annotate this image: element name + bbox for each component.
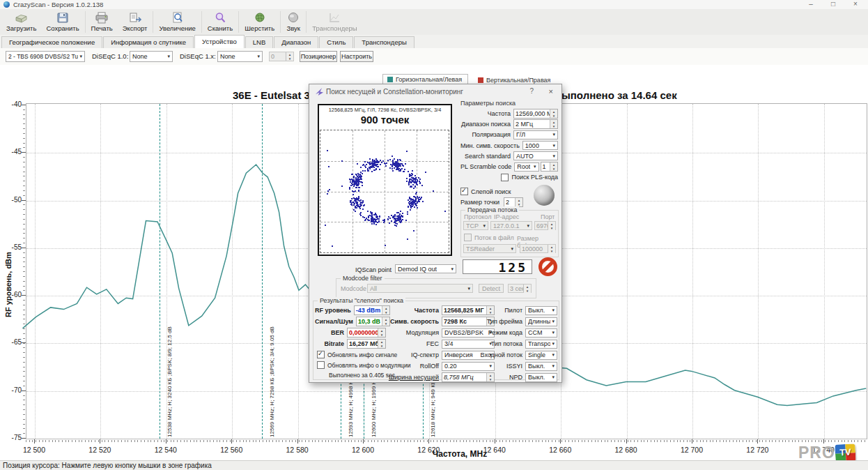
- save-button[interactable]: Сохранить: [41, 9, 84, 35]
- tab-device[interactable]: Устройство: [194, 35, 245, 48]
- constellation-dot: [360, 167, 362, 168]
- constellation-dot: [362, 202, 363, 204]
- ber-label: BER: [315, 329, 344, 336]
- issyi-select[interactable]: Выкл.: [525, 362, 557, 371]
- constellation-dot: [389, 167, 391, 169]
- tab-style[interactable]: Стиль: [319, 36, 353, 48]
- stream-to-file-label: Поток в файл: [474, 234, 514, 241]
- constellation-dot: [371, 171, 373, 172]
- dialog-close-button[interactable]: ×: [549, 87, 553, 96]
- input-stream-select[interactable]: Single: [525, 351, 557, 360]
- carrier-search-dialog: Поиск несущей и Constellation-мониторинг…: [309, 84, 562, 383]
- constellation-dot: [376, 161, 378, 162]
- constellation-dot: [385, 245, 386, 246]
- rf-level-spinner[interactable]: -43 dBm: [354, 305, 391, 315]
- constellation-dot: [410, 209, 411, 211]
- close-button[interactable]: ×: [847, 0, 864, 8]
- constellation-dot: [392, 156, 393, 157]
- constellation-dot: [373, 222, 375, 224]
- dialog-title-bar[interactable]: Поиск несущей и Constellation-мониторинг…: [309, 84, 561, 99]
- frequency-spinner[interactable]: 12569,000 МГц: [513, 109, 558, 119]
- pilot-select[interactable]: Выкл.: [525, 306, 557, 315]
- ber-spinner[interactable]: 0,0000000: [347, 328, 386, 338]
- frame-type-select[interactable]: Длинный: [525, 317, 557, 326]
- constellation-dot: [382, 160, 384, 162]
- constellation-dot: [372, 221, 373, 222]
- update-modulation-checkbox[interactable]: [317, 361, 325, 369]
- constellation-dot: [354, 184, 355, 185]
- results-col3: ПилотВыкл. Тип фреймаДлинный Режим кодаC…: [475, 305, 557, 383]
- stream-type-select[interactable]: Transport: [525, 340, 557, 349]
- maximize-button[interactable]: □: [825, 0, 842, 8]
- blind-search-checkbox[interactable]: [460, 188, 468, 195]
- pl-mode-select[interactable]: Root: [514, 162, 538, 172]
- constellation-dot: [379, 169, 380, 170]
- tuner-select[interactable]: 2 - TBS 6908 DVBS/S2 Tuner 0: [6, 51, 85, 62]
- constellation-dot: [395, 222, 396, 224]
- sound-button[interactable]: Звук: [281, 9, 305, 35]
- snr-spinner[interactable]: 10,3 dB: [356, 317, 390, 326]
- constellation-dot: [360, 172, 362, 173]
- print-button[interactable]: Печать: [86, 9, 118, 35]
- constellation-dot: [419, 182, 421, 183]
- constellation-dot: [351, 202, 352, 204]
- constellation-dot: [411, 186, 412, 188]
- constellation-dot: [412, 170, 413, 172]
- tab-transponders[interactable]: Транспондеры: [354, 36, 414, 48]
- crazyscan-window: CrazyScan - Версия 1.0.2.138 – □ × Загру…: [0, 0, 868, 470]
- search-standard-select[interactable]: AUTO: [513, 151, 558, 160]
- floppy-icon: [56, 12, 70, 24]
- diseqc10-select[interactable]: None: [130, 51, 173, 62]
- iqscan-point-select[interactable]: Demod IQ out: [395, 264, 456, 273]
- constellation-dot: [422, 201, 424, 202]
- constellation-header: 12568,825 МГц, Г/Л, 7298 Кс, DVBS2/BPSK,…: [319, 107, 451, 113]
- zoom-button[interactable]: Увеличение: [154, 9, 200, 35]
- constellation-dot: [362, 185, 363, 186]
- diseqc10-label: DiSEqC 1.0:: [92, 52, 128, 60]
- minimize-button[interactable]: –: [803, 0, 819, 8]
- dot-size-spinner[interactable]: 2: [504, 197, 523, 207]
- constellation-dot: [376, 215, 378, 217]
- stream-to-file-checkbox: [464, 234, 472, 241]
- tab-lnb[interactable]: LNB: [245, 36, 273, 48]
- export-button[interactable]: Экспорт: [118, 9, 153, 35]
- constellation-dot: [396, 223, 398, 225]
- code-mode-select[interactable]: CCM: [525, 328, 557, 338]
- bitrate-spinner[interactable]: 16,267 Мби: [347, 339, 386, 349]
- constellation-dot: [375, 165, 377, 167]
- wool-scan-button[interactable]: Шерстить: [240, 9, 279, 35]
- tab-geographic[interactable]: Географическое положение: [1, 36, 102, 48]
- export-icon: [128, 12, 142, 24]
- constellation-dot: [398, 220, 399, 221]
- pro-text: PRO: [798, 444, 835, 462]
- dialog-help-button[interactable]: ?: [529, 87, 534, 95]
- configure-button[interactable]: Настроить: [340, 51, 373, 62]
- constellation-dot: [327, 190, 329, 192]
- positioner-button[interactable]: Позиционер: [300, 51, 337, 62]
- search-standard-label: Search standard: [460, 153, 511, 160]
- pls-search-checkbox[interactable]: [501, 174, 509, 181]
- carrier-width-link[interactable]: Ширина несущей: [386, 374, 439, 381]
- update-signal-checkbox[interactable]: [317, 351, 325, 358]
- load-button[interactable]: Загрузить: [1, 9, 41, 35]
- min-symbolrate-combo[interactable]: 1000: [522, 141, 558, 150]
- constellation-dot: [418, 177, 419, 179]
- constellation-dot: [355, 179, 357, 180]
- constellation-dot: [332, 245, 333, 247]
- diseqc1x-select[interactable]: None: [217, 51, 263, 62]
- polarization-select[interactable]: Г/Л: [513, 130, 558, 139]
- status-text: Позиция курсора: Нажмите левую кнопку мы…: [3, 462, 212, 469]
- scan-button[interactable]: Сканить: [203, 9, 238, 35]
- search-range-spinner[interactable]: 2 МГц: [513, 119, 558, 129]
- constellation-dot: [380, 164, 381, 165]
- constellation-dot: [413, 230, 414, 232]
- constellation-dot: [417, 201, 419, 202]
- tab-satellite-info[interactable]: Информация о спутнике: [103, 36, 194, 48]
- constellation-dot: [366, 164, 367, 165]
- pl-value-spinner[interactable]: 1: [541, 162, 558, 172]
- constellation-dot: [377, 164, 378, 165]
- npd-select[interactable]: Выкл.: [525, 373, 557, 382]
- stop-button[interactable]: [538, 257, 557, 276]
- constellation-dot: [411, 179, 412, 181]
- tab-range[interactable]: Диапазон: [274, 36, 318, 48]
